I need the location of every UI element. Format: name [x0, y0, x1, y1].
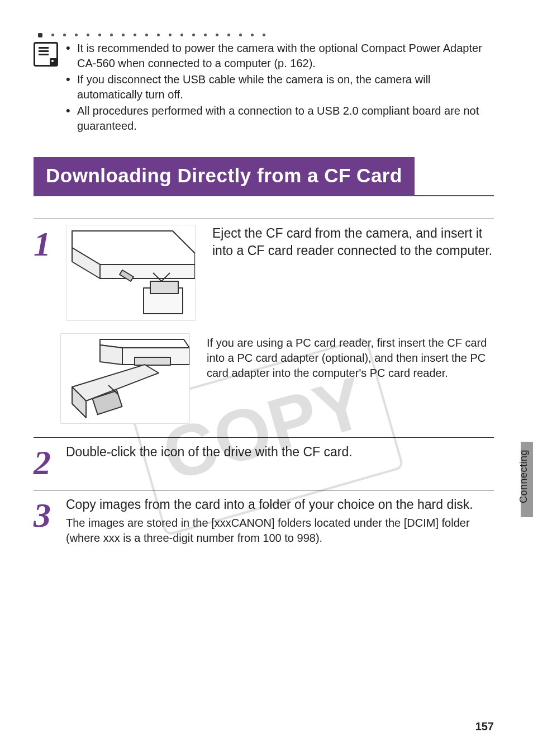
page-root: COPY It is recommended to power the came… [0, 0, 533, 756]
step-3-subtext: The images are stored in the [xxxCANON] … [66, 516, 494, 546]
step-1-sub: If you are using a PC card reader, first… [60, 333, 494, 424]
side-tab-label: Connecting [517, 450, 530, 503]
step-1: 1 Eject the CF [34, 219, 494, 424]
step-3: 3 Copy images from the card into a folde… [34, 490, 494, 546]
section-heading-wrapper: Downloading Directly from a CF Card [34, 157, 494, 195]
svg-rect-6 [150, 281, 178, 294]
svg-rect-10 [135, 357, 170, 365]
section-underline [34, 195, 494, 196]
step-3-text: Copy images from the card into a folder … [66, 496, 494, 513]
illustration-pc-card-adapter [60, 333, 190, 424]
step-1-text: Eject the CF card from the camera, and i… [212, 225, 494, 259]
note-item: If you disconnect the USB cable while th… [66, 72, 494, 102]
step-1-subtext: If you are using a PC card reader, first… [207, 336, 494, 424]
illustration-cf-reader [66, 225, 196, 321]
note-list: It is recommended to power the camera wi… [66, 41, 494, 135]
note-icon [34, 42, 58, 67]
step-2: 2 Double-click the icon of the drive wit… [34, 437, 494, 477]
step-2-text: Double-click the icon of the drive with … [66, 443, 494, 461]
page-number: 157 [475, 719, 494, 734]
svg-marker-8 [100, 345, 122, 365]
step-number: 1 [34, 230, 60, 258]
note-item: All procedures performed with a connecti… [66, 103, 494, 134]
step-number: 2 [34, 449, 60, 477]
svg-marker-4 [100, 264, 195, 278]
note-block: It is recommended to power the camera wi… [34, 41, 494, 135]
section-heading: Downloading Directly from a CF Card [34, 157, 415, 195]
step-number: 3 [34, 502, 60, 530]
dotted-separator [38, 34, 494, 37]
note-item: It is recommended to power the camera wi… [66, 41, 494, 71]
